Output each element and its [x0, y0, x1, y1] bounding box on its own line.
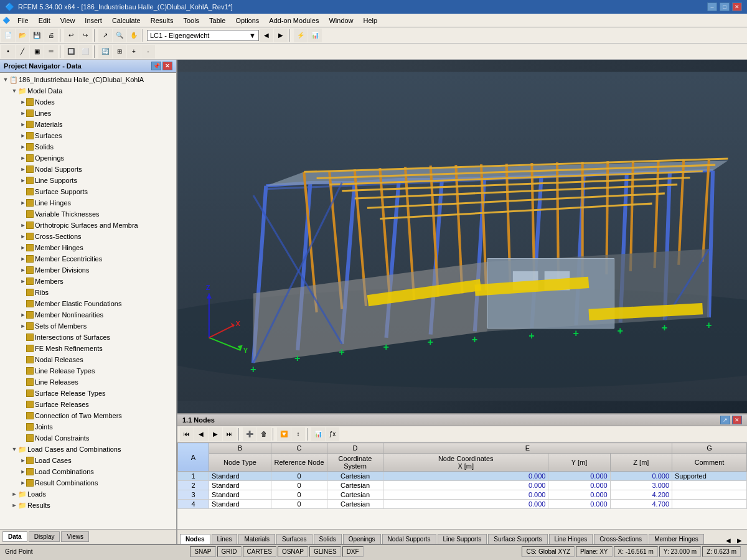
expand-icon-orthotropic[interactable]: ► [20, 220, 26, 230]
expand-icon-membernonlinear[interactable]: ► [20, 310, 26, 320]
expand-icon-membereccentricities[interactable]: ► [20, 254, 26, 264]
status-osnap[interactable]: OSNAP [278, 546, 308, 557]
expand-icon-root[interactable]: ▼ [2, 75, 9, 85]
tree-item-membereccentricities[interactable]: ►Member Eccentricities [0, 253, 176, 264]
bottom-tab-surfaces[interactable]: Surfaces [276, 534, 312, 544]
expand-icon-loadcases[interactable]: ► [20, 455, 26, 465]
prev-button[interactable]: ◀ [260, 29, 273, 42]
save-button[interactable]: 💾 [30, 29, 44, 42]
tree-item-variablethick[interactable]: Variable Thicknesses [0, 208, 176, 220]
tree-item-solids[interactable]: ►Solids [0, 141, 176, 152]
calculate-button[interactable]: ⚡ [294, 29, 308, 42]
table-row[interactable]: 2Standard0Cartesian0.0000.0003.000 [178, 481, 747, 490]
menu-item-results[interactable]: Results [146, 16, 179, 26]
table-formula-button[interactable]: ƒx [326, 427, 339, 441]
menu-item-options[interactable]: Options [230, 16, 264, 26]
results-button[interactable]: 📊 [308, 29, 322, 42]
expand-icon-loadcasescomb[interactable]: ▼ [11, 444, 17, 454]
tree-item-materials[interactable]: ►Materials [0, 119, 176, 130]
expand-icon-resultcombinations[interactable]: ► [20, 478, 26, 488]
expand-icon-surfacesupports[interactable] [20, 187, 26, 197]
expand-icon-nodes[interactable]: ► [20, 97, 26, 107]
expand-icon-linehinges[interactable]: ► [20, 198, 26, 208]
tree-item-nodalconstraints[interactable]: Nodal Constraints [0, 432, 176, 444]
bottom-tab-openings[interactable]: Openings [343, 534, 381, 544]
print-button[interactable]: 🖨 [44, 29, 58, 42]
menu-item-edit[interactable]: Edit [34, 16, 55, 26]
expand-icon-results[interactable]: ► [11, 500, 17, 510]
tree-item-openings[interactable]: ►Openings [0, 152, 176, 164]
expand-icon-variablethick[interactable] [20, 209, 26, 219]
tree-item-joints[interactable]: Joints [0, 421, 176, 432]
bottom-tab-solids[interactable]: Solids [314, 534, 342, 544]
close-button[interactable]: ✕ [732, 2, 742, 11]
expand-icon-memberhinges[interactable]: ► [20, 243, 26, 253]
bottom-tab-member-hinges[interactable]: Member Hinges [649, 534, 704, 544]
expand-icon-loads[interactable]: ► [11, 489, 17, 499]
view2d-button[interactable]: ⬜ [78, 45, 92, 58]
tree-item-memberhinges[interactable]: ►Member Hinges [0, 242, 176, 253]
tree-item-loadcombinations[interactable]: ►Load Combinations [0, 466, 176, 477]
expand-icon-openings[interactable]: ► [20, 153, 26, 163]
menu-item-window[interactable]: Window [324, 16, 358, 26]
menu-item-addonmodules[interactable]: Add-on Modules [264, 16, 324, 26]
bottom-tab-line-hinges[interactable]: Line Hinges [549, 534, 593, 544]
table-prev-button[interactable]: ◀ [194, 427, 208, 441]
expand-icon-nodalsupports[interactable]: ► [20, 164, 26, 174]
expand-icon-nodalreleases[interactable] [20, 355, 26, 365]
tree-item-resultcombinations[interactable]: ►Result Combinations [0, 477, 176, 488]
minimize-button[interactable]: – [707, 2, 717, 11]
tree-item-surfacesupports[interactable]: Surface Supports [0, 186, 176, 197]
line-button[interactable]: ╱ [16, 45, 29, 58]
surface-button[interactable]: ▣ [30, 45, 44, 58]
tree-item-ribs[interactable]: Ribs [0, 287, 176, 298]
tree-item-memberelastic[interactable]: Member Elastic Foundations [0, 298, 176, 309]
zoom-button[interactable]: 🔍 [113, 29, 126, 42]
tree-item-nodalsupports[interactable]: ►Nodal Supports [0, 164, 176, 175]
lc-dropdown[interactable]: LC1 - Eigengewicht ▼ [147, 30, 259, 41]
tree-item-modeldata[interactable]: ▼📁Model Data [0, 85, 176, 96]
table-row[interactable]: 4Standard0Cartesian0.0000.0004.700 [178, 500, 747, 509]
bottom-tab-cross-sections[interactable]: Cross-Sections [594, 534, 647, 544]
expand-icon-surfaces[interactable]: ► [20, 131, 26, 141]
tree-item-surfacereleases[interactable]: Surface Releases [0, 399, 176, 410]
menu-item-calculate[interactable]: Calculate [107, 16, 146, 26]
tree-item-intersections[interactable]: Intersections of Surfaces [0, 332, 176, 343]
bottom-tab-line-supports[interactable]: Line Supports [438, 534, 487, 544]
tree-item-femesh[interactable]: FE Mesh Refinements [0, 343, 176, 354]
open-button[interactable]: 📂 [16, 29, 29, 42]
tree-item-connectiontwomembers[interactable]: Connection of Two Members [0, 410, 176, 421]
bottom-tab-nodes[interactable]: Nodes [180, 534, 210, 544]
rotate-button[interactable]: 🔄 [98, 45, 112, 58]
table-next-button[interactable]: ▶ [209, 427, 222, 441]
expand-icon-joints[interactable] [20, 422, 26, 432]
expand-icon-setsofmembers[interactable]: ► [20, 321, 26, 331]
status-snap[interactable]: SNAP [190, 546, 215, 557]
status-grid[interactable]: GRID [217, 546, 242, 557]
expand-icon-intersections[interactable] [20, 332, 26, 342]
bottom-tab-materials[interactable]: Materials [238, 534, 275, 544]
tree-item-nodes[interactable]: ►Nodes [0, 96, 176, 108]
menu-item-table[interactable]: Table [204, 16, 230, 26]
table-delete-button[interactable]: 🗑 [257, 427, 271, 441]
nav-tab-data[interactable]: Data [2, 531, 27, 542]
expand-icon-linesupports[interactable]: ► [20, 175, 26, 185]
table-row[interactable]: 1Standard0Cartesian0.0000.0000.000Suppor… [178, 472, 747, 481]
tree-item-loads[interactable]: ►📁Loads [0, 488, 176, 500]
expand-icon-surfacereleases[interactable] [20, 399, 26, 409]
zoom-out-button[interactable]: - [141, 45, 155, 58]
expand-icon-connectiontwomembers[interactable] [20, 411, 26, 421]
menu-item-tools[interactable]: Tools [178, 16, 204, 26]
tree-item-orthotropic[interactable]: ►Orthotropic Surfaces and Membra [0, 220, 176, 231]
expand-icon-ribs[interactable] [20, 287, 26, 297]
tree-item-members[interactable]: ►Members [0, 276, 176, 287]
expand-icon-linereleasetypes[interactable] [20, 366, 26, 376]
tab-scroll-left[interactable]: ◀ [723, 537, 733, 544]
table-close-button[interactable]: ✕ [732, 416, 742, 424]
menu-item-help[interactable]: Help [359, 16, 383, 26]
node-button[interactable]: • [1, 45, 15, 58]
zoom-all-button[interactable]: ⊞ [113, 45, 126, 58]
tree-item-linereleasetypes[interactable]: Line Release Types [0, 365, 176, 376]
nav-tab-display[interactable]: Display [29, 531, 60, 542]
expand-icon-loadcombinations[interactable]: ► [20, 467, 26, 477]
